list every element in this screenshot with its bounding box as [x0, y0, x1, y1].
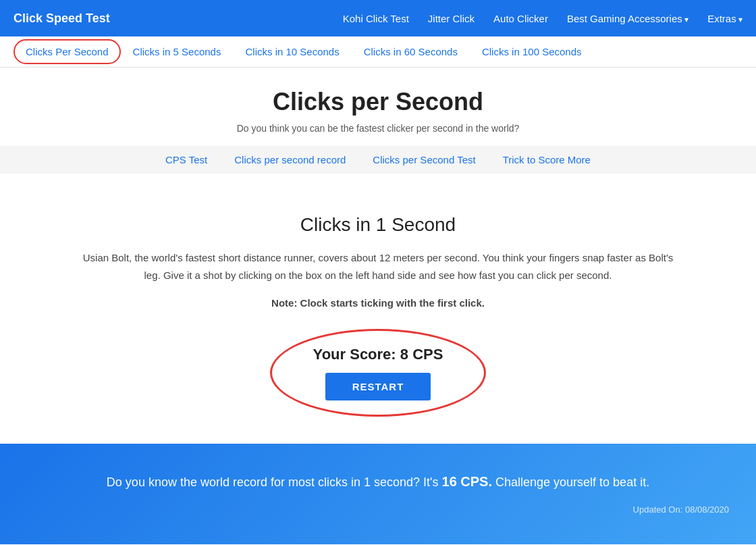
internal-link-cps-record[interactable]: Clicks per second record	[234, 154, 346, 165]
page-title: Clicks per Second	[20, 88, 736, 116]
brand-logo[interactable]: Click Speed Test	[14, 11, 110, 26]
note-content: Clock starts ticking with the first clic…	[297, 297, 485, 309]
world-record-highlight: 16 CPS.	[442, 474, 492, 489]
note-label: Note:	[271, 297, 297, 309]
internal-link-trick[interactable]: Trick to Score More	[503, 154, 591, 165]
world-record-text: Do you know the world record for most cl…	[14, 471, 742, 492]
subnav-clicks-10sec[interactable]: Clicks in 10 Seconds	[233, 38, 351, 66]
internal-links-bar: CPS Test Clicks per second record Clicks…	[0, 146, 756, 174]
subnav-clicks-100sec[interactable]: Clicks in 100 Seconds	[470, 38, 594, 66]
internal-link-cps-test2[interactable]: Clicks per Second Test	[373, 154, 475, 165]
nav-jitter-click[interactable]: Jitter Click	[428, 13, 475, 24]
internal-link-cps-test[interactable]: CPS Test	[165, 154, 207, 165]
note-text: Note: Clock starts ticking with the firs…	[20, 297, 736, 309]
score-container: Your Score: 8 CPS RESTART	[263, 329, 493, 417]
nav-best-gaming[interactable]: Best Gaming Accessories	[567, 13, 688, 24]
restart-button[interactable]: RESTART	[325, 373, 431, 400]
section-body: Usian Bolt, the world's fastest short di…	[74, 249, 682, 284]
subnav-clicks-60sec[interactable]: Clicks in 60 Seconds	[352, 38, 470, 66]
subnav-clicks-per-second[interactable]: Clicks Per Second	[14, 39, 121, 64]
nav-auto-clicker[interactable]: Auto Clicker	[493, 13, 548, 24]
page-subtitle: Do you think you can be the fastest clic…	[20, 123, 736, 134]
section-title: Clicks in 1 Second	[20, 214, 736, 236]
score-text: Your Score: 8 CPS	[313, 346, 443, 363]
nav-kohi-click-test[interactable]: Kohi Click Test	[343, 13, 409, 24]
world-record-text1: Do you know the world record for most cl…	[107, 475, 442, 489]
score-oval: Your Score: 8 CPS RESTART	[270, 329, 486, 417]
world-record-text2: Challenge yourself to beat it.	[492, 475, 649, 489]
world-record-banner: Do you know the world record for most cl…	[0, 444, 756, 544]
subnav-clicks-5sec[interactable]: Clicks in 5 Seconds	[121, 38, 234, 66]
world-record-updated: Updated On: 08/08/2020	[14, 503, 742, 517]
top-nav: Click Speed Test Kohi Click Test Jitter …	[0, 0, 756, 36]
section-content: Clicks in 1 Second Usian Bolt, the world…	[7, 194, 749, 417]
main-content: Clicks per Second Do you think you can b…	[7, 68, 749, 134]
top-nav-links: Kohi Click Test Jitter Click Auto Clicke…	[343, 13, 742, 24]
sub-nav: Clicks Per Second Clicks in 5 Seconds Cl…	[0, 36, 756, 68]
nav-extras[interactable]: Extras	[707, 13, 742, 24]
